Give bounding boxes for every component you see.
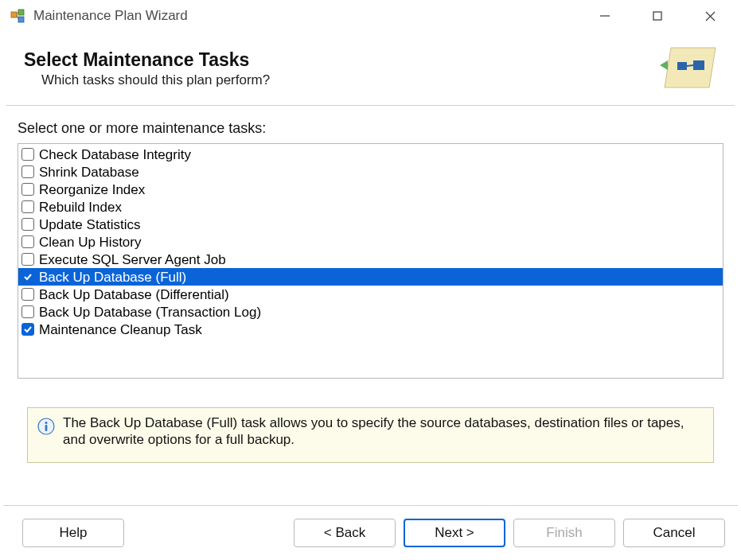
task-checkbox[interactable] <box>21 323 34 336</box>
svg-point-15 <box>45 422 47 424</box>
task-label: Shrink Database <box>39 165 139 179</box>
info-text: The Back Up Database (Full) task allows … <box>63 414 705 451</box>
task-label: Reorganize Index <box>39 183 145 196</box>
cancel-button[interactable]: Cancel <box>623 519 725 547</box>
window-title: Maintenance Plan Wizard <box>33 8 593 24</box>
help-button[interactable]: Help <box>22 519 124 547</box>
svg-rect-16 <box>45 425 48 431</box>
task-item[interactable]: Back Up Database (Full) <box>18 268 723 286</box>
task-label: Clean Up History <box>39 235 142 249</box>
task-item[interactable]: Clean Up History <box>18 233 723 251</box>
svg-rect-1 <box>18 10 24 15</box>
svg-rect-10 <box>677 62 687 70</box>
wizard-header: Select Maintenance Tasks Which tasks sho… <box>6 32 735 106</box>
task-label: Back Up Database (Transaction Log) <box>39 305 261 319</box>
minimize-button[interactable] <box>593 4 617 28</box>
finish-button: Finish <box>513 519 615 547</box>
wizard-footer: Help < Back Next > Finish Cancel <box>0 506 741 560</box>
task-checkbox[interactable] <box>21 200 34 213</box>
svg-line-13 <box>687 65 693 66</box>
wizard-header-icon <box>657 43 720 94</box>
titlebar: Maintenance Plan Wizard <box>0 0 741 32</box>
task-list[interactable]: Check Database IntegrityShrink DatabaseR… <box>18 143 723 379</box>
next-button[interactable]: Next > <box>404 519 505 547</box>
task-item[interactable]: Reorganize Index <box>18 181 723 198</box>
task-item[interactable]: Execute SQL Server Agent Job <box>18 251 723 268</box>
page-title: Select Maintenance Tasks <box>24 49 657 71</box>
task-item[interactable]: Update Statistics <box>18 216 723 233</box>
task-checkbox[interactable] <box>21 218 34 231</box>
task-checkbox[interactable] <box>21 148 34 161</box>
task-item[interactable]: Shrink Database <box>18 163 723 181</box>
svg-marker-12 <box>660 60 668 70</box>
task-label: Back Up Database (Full) <box>39 270 186 284</box>
task-item[interactable]: Back Up Database (Transaction Log) <box>18 303 723 321</box>
wizard-window: Maintenance Plan Wizard Select Maintenan… <box>0 0 741 560</box>
close-button[interactable] <box>698 4 722 28</box>
task-item[interactable]: Back Up Database (Differential) <box>18 286 723 303</box>
window-controls <box>593 4 738 28</box>
info-panel: The Back Up Database (Full) task allows … <box>27 407 714 463</box>
task-label: Back Up Database (Differential) <box>39 288 229 301</box>
task-label: Update Statistics <box>39 218 141 231</box>
task-item[interactable]: Maintenance Cleanup Task <box>18 321 723 338</box>
task-checkbox[interactable] <box>21 270 34 283</box>
task-list-label: Select one or more maintenance tasks: <box>18 120 723 137</box>
task-checkbox[interactable] <box>21 288 34 301</box>
task-checkbox[interactable] <box>21 183 34 196</box>
page-subtitle: Which tasks should this plan perform? <box>41 72 657 88</box>
svg-marker-9 <box>665 48 716 88</box>
task-checkbox[interactable] <box>21 235 34 248</box>
svg-rect-0 <box>11 12 17 18</box>
task-label: Rebuild Index <box>39 200 122 214</box>
task-checkbox[interactable] <box>21 253 34 266</box>
app-icon <box>10 7 27 25</box>
task-item[interactable]: Check Database Integrity <box>18 146 723 163</box>
task-label: Check Database Integrity <box>39 148 191 161</box>
task-label: Execute SQL Server Agent Job <box>39 253 226 266</box>
maximize-button[interactable] <box>645 4 669 28</box>
task-label: Maintenance Cleanup Task <box>39 323 202 336</box>
task-item[interactable]: Rebuild Index <box>18 198 723 216</box>
task-checkbox[interactable] <box>21 305 34 318</box>
info-icon <box>36 416 57 437</box>
svg-rect-11 <box>693 60 704 70</box>
back-button[interactable]: < Back <box>294 519 396 547</box>
wizard-content: Select one or more maintenance tasks: Ch… <box>0 106 741 494</box>
svg-rect-2 <box>18 17 24 22</box>
task-checkbox[interactable] <box>21 165 34 178</box>
wizard-header-text: Select Maintenance Tasks Which tasks sho… <box>24 49 657 88</box>
svg-rect-6 <box>653 12 661 20</box>
